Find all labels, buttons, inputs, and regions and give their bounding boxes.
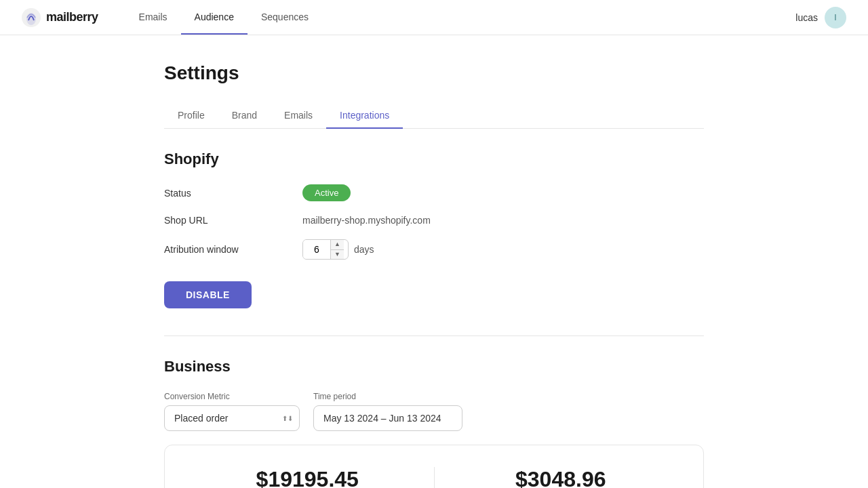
shopify-section: Shopify Status Active Shop URL mailberry… [164, 150, 704, 319]
logo[interactable]: mailberry [22, 8, 98, 27]
shopify-title: Shopify [164, 150, 704, 168]
shop-url-value: mailberry-shop.myshopify.com [302, 215, 431, 226]
user-area: lucas l [795, 7, 846, 28]
business-section: Business Conversion Metric Placed order … [164, 358, 704, 488]
total-revenue-amount: $19195.45 [197, 467, 418, 488]
tab-profile[interactable]: Profile [164, 103, 218, 129]
conversion-metric-select-wrapper[interactable]: Placed order Checkout started Product vi… [164, 405, 300, 431]
tab-emails[interactable]: Emails [271, 103, 326, 129]
attribution-spinner: ▲ ▼ days [302, 239, 374, 260]
nav-audience[interactable]: Audience [181, 1, 248, 35]
spinner-box[interactable]: ▲ ▼ [302, 239, 349, 260]
conversion-metric-select[interactable]: Placed order Checkout started Product vi… [164, 405, 300, 431]
page-content: Settings Profile Brand Emails Integratio… [142, 35, 726, 488]
time-period-label: Time period [313, 392, 462, 401]
status-row: Status Active [164, 184, 704, 201]
attribution-label: Atribution window [164, 244, 286, 255]
attributed-revenue-item: $3048.96 Attributed revenue [451, 467, 671, 488]
spinner-down[interactable]: ▼ [331, 250, 344, 260]
nav-emails[interactable]: Emails [125, 1, 181, 35]
logo-icon [22, 8, 41, 27]
nav-sequences[interactable]: Sequences [248, 1, 322, 35]
business-title: Business [164, 358, 704, 375]
spinner-up[interactable]: ▲ [331, 240, 344, 250]
status-badge: Active [302, 184, 351, 201]
filter-row: Conversion Metric Placed order Checkout … [164, 392, 704, 431]
shop-url-label: Shop URL [164, 215, 286, 226]
time-period-group: Time period [313, 392, 462, 431]
logo-text: mailberry [46, 10, 98, 24]
attributed-revenue-amount: $3048.96 [451, 467, 671, 488]
revenue-divider [434, 467, 435, 488]
user-name: lucas [795, 12, 818, 23]
revenue-card: $19195.45 Total revenue $3048.96 Attribu… [164, 445, 704, 488]
shop-url-row: Shop URL mailberry-shop.myshopify.com [164, 215, 704, 226]
nav-links: Emails Audience Sequences [125, 1, 796, 34]
attribution-value[interactable] [303, 240, 330, 259]
top-nav: mailberry Emails Audience Sequences luca… [0, 0, 868, 35]
section-divider [164, 336, 704, 336]
conversion-metric-label: Conversion Metric [164, 392, 300, 401]
attribution-unit: days [354, 244, 374, 255]
settings-tabs: Profile Brand Emails Integrations [164, 103, 704, 129]
disable-button[interactable]: DISABLE [164, 281, 252, 308]
time-period-input[interactable] [313, 405, 462, 431]
spinner-arrows: ▲ ▼ [330, 240, 344, 259]
total-revenue-item: $19195.45 Total revenue [197, 467, 418, 488]
conversion-metric-group: Conversion Metric Placed order Checkout … [164, 392, 300, 431]
status-label: Status [164, 188, 286, 199]
user-avatar[interactable]: l [825, 7, 846, 28]
tab-brand[interactable]: Brand [218, 103, 271, 129]
tab-integrations[interactable]: Integrations [326, 103, 403, 129]
attribution-row: Atribution window ▲ ▼ days [164, 239, 704, 260]
page-title: Settings [164, 62, 704, 84]
